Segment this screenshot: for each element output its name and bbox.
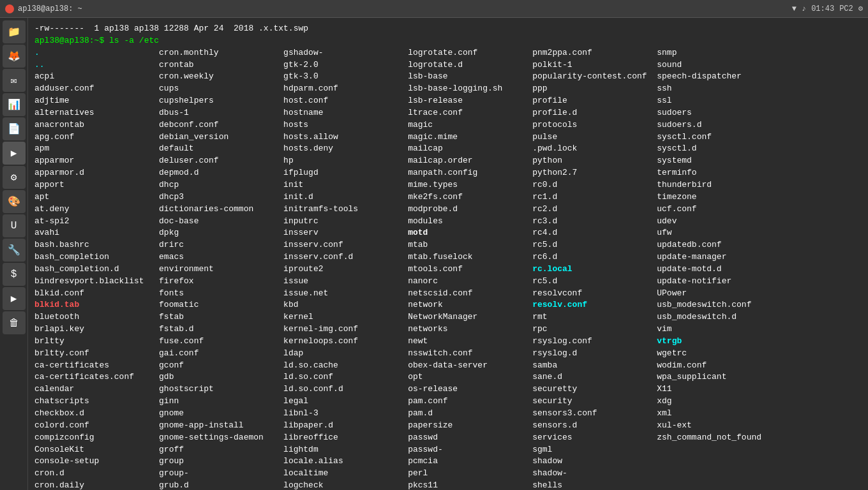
listing-row-21: blkid.conf fonts issue.net netscsid.conf… — [34, 288, 862, 300]
listing-row-26: brltty.conf gai.conf ldap nsswitch.conf … — [34, 348, 862, 360]
taskbar-media[interactable]: ▶ — [3, 287, 26, 310]
prompt-ls: apl38@apl38:~$ ls -a /etc — [34, 35, 862, 47]
settings-icon[interactable]: ⚙ — [858, 4, 863, 13]
listing-row-33: compizconfig gnome-settings-daemon libre… — [34, 432, 862, 444]
listing-row-15: at-spi2 doc-base inputrc modules rc3.d u… — [34, 216, 862, 228]
listing-row-31: checkbox.d gnome libnl-3 pam.d sensors3.… — [34, 408, 862, 420]
taskbar-files[interactable]: 📁 — [3, 20, 26, 43]
listing-row-9: apm default hosts.deny mailcap .pwd.lock… — [34, 143, 862, 155]
taskbar-document[interactable]: 📄 — [3, 117, 26, 140]
listing-row-37: cron.daily grub.d logcheck pkcs11 shells — [34, 480, 862, 490]
titlebar-left: apl38@apl38: ~ — [5, 4, 82, 13]
taskbar-terminal2[interactable]: $ — [3, 263, 26, 286]
listing-row-32: colord.conf gnome-app-install libpaper.d… — [34, 420, 862, 432]
listing-row-5: adjtime cupshelpers host.conf lsb-releas… — [34, 95, 862, 107]
taskbar-terminal[interactable]: ▶ — [3, 142, 26, 165]
taskbar-app1[interactable]: U — [3, 214, 26, 237]
listing-row-2: .. crontab gtk-2.0 logrotate.d polkit-1 … — [34, 59, 862, 71]
taskbar-settings[interactable]: ⚙ — [3, 166, 26, 189]
listing-row-13: apt dhcp3 init.d mke2fs.conf rc1.d timez… — [34, 191, 862, 204]
listing-row-35: console-setup group locale.alias pcmcia … — [34, 456, 862, 468]
listing-row-12: apport dhcp init mime.types rc0.d thunde… — [34, 179, 862, 191]
listing-row-23: bluetooth fstab kernel NetworkManager rm… — [34, 311, 862, 323]
volume-icon: ♪ — [802, 4, 806, 13]
user-display: PC2 — [839, 4, 853, 13]
taskbar: 📁 🦊 ✉ 📊 📄 ▶ ⚙ 🎨 U 🔧 $ ▶ 🗑 — [0, 18, 28, 490]
listing-row-30: chatscripts ginn legal pam.conf security… — [34, 396, 862, 408]
listing-row-7: anacrontab debconf.conf hosts magic prot… — [34, 119, 862, 131]
listing-row-1: . cron.monthly gshadow- logrotate.conf p… — [34, 47, 862, 59]
listing-row-8: apg.conf debian_version hosts.allow magi… — [34, 131, 862, 144]
listing-row-20: bindresvport.blacklist firefox issue nan… — [34, 276, 862, 288]
taskbar-trash[interactable]: 🗑 — [3, 311, 26, 334]
listing-row-17: bash.bashrc drirc insserv.conf mtab rc5.… — [34, 239, 862, 251]
listing-row-19: bash_completion.d environment iproute2 m… — [34, 264, 862, 276]
taskbar-spreadsheet[interactable]: 📊 — [3, 93, 26, 116]
listing-row-28: ca-certificates.conf gdb ld.so.conf opt … — [34, 371, 862, 383]
listing-row-3: acpi cron.weekly gtk-3.0 lsb-base popula… — [34, 71, 862, 83]
system-icons: ▼ ♪ 01:43 PC2 ⚙ — [792, 4, 863, 13]
titlebar-title: apl38@apl38: ~ — [18, 4, 82, 13]
taskbar-mail[interactable]: ✉ — [3, 69, 26, 92]
listing-row-29: calendar ghostscript ld.so.conf.d os-rel… — [34, 383, 862, 396]
swp-line: -rw------- 1 apl38 apl38 12288 Apr 24 20… — [34, 23, 862, 35]
listing-row-16: avahi dpkg insserv motd rc4.d ufw — [34, 227, 862, 239]
time-display: 01:43 — [811, 4, 834, 13]
listing-row-22: blkid.tab foomatic kbd network resolv.co… — [34, 299, 862, 311]
titlebar: apl38@apl38: ~ ▼ ♪ 01:43 PC2 ⚙ — [0, 0, 868, 18]
listing-row-25: brltty fuse.conf kerneloops.conf newt rs… — [34, 336, 862, 348]
taskbar-browser[interactable]: 🦊 — [3, 45, 26, 68]
listing-row-36: cron.d group- localtime perl shadow- — [34, 468, 862, 480]
listing-row-24: brlapi.key fstab.d kernel-img.conf netwo… — [34, 323, 862, 336]
listing-row-14: at.deny dictionaries-common initramfs-to… — [34, 204, 862, 216]
listing-row-10: apparmor deluser.conf hp mailcap.order p… — [34, 155, 862, 167]
listing-row-18: bash_completion emacs insserv.conf.d mta… — [34, 251, 862, 264]
taskbar-paint[interactable]: 🎨 — [3, 190, 26, 213]
close-button[interactable] — [5, 4, 14, 13]
listing-row-11: apparmor.d depmod.d ifplugd manpath.conf… — [34, 167, 862, 179]
network-icon: ▼ — [792, 4, 797, 13]
listing-row-4: adduser.conf cups hdparm.conf lsb-base-l… — [34, 83, 862, 95]
titlebar-right: ▼ ♪ 01:43 PC2 ⚙ — [792, 4, 863, 13]
listing-row-6: alternatives dbus-1 hostname ltrace.conf… — [34, 107, 862, 119]
listing-row-34: ConsoleKit groff lightdm passwd- sgml — [34, 444, 862, 456]
terminal[interactable]: -rw------- 1 apl38 apl38 12288 Apr 24 20… — [28, 18, 868, 490]
listing-row-27: ca-certificates gconf ld.so.cache obex-d… — [34, 360, 862, 372]
taskbar-app2[interactable]: 🔧 — [3, 239, 26, 262]
